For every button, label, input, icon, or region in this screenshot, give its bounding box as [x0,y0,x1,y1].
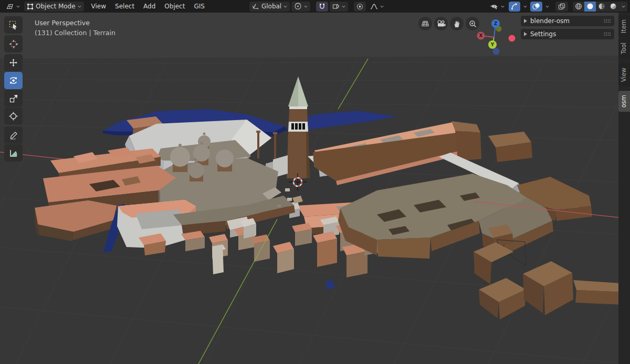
scene-canvas[interactable] [0,13,630,364]
gizmo-axis-y[interactable]: Y [488,40,497,49]
cursor-tool-icon [9,39,18,49]
move-tool-icon [8,58,18,68]
tool-scale[interactable] [4,90,23,107]
snap-target-icon [332,3,340,10]
expand-triangle-icon [524,32,527,36]
proportional-editing-icon [356,3,363,10]
chevron-down-icon [304,5,308,8]
expand-triangle-icon [524,19,527,23]
tab-item[interactable]: Item [618,15,630,37]
blender-window: Object Mode View Select Add Object GIS G… [0,0,630,364]
pan-view-button[interactable] [450,17,464,30]
rotate-tool-icon [8,76,18,85]
sidebar-tab-strip: Item Tool View osm [618,13,630,364]
tool-shelf [4,16,23,162]
transform-tool-icon [8,111,18,121]
shading-wireframe-button[interactable] [573,2,584,12]
select-box-icon [9,20,18,30]
chevron-down-icon [284,5,287,8]
menubar: View Select Add Object GIS [88,2,208,12]
tool-annotate[interactable] [4,126,23,144]
svg-text:Y: Y [490,42,495,47]
gizmos-toggle[interactable] [509,2,520,12]
measure-protractor-icon [9,148,18,158]
shading-solid-button[interactable] [584,2,596,12]
chevron-down-icon [622,5,625,8]
menu-add[interactable]: Add [140,2,159,12]
tab-view[interactable]: View [618,63,630,86]
solid-sphere-icon [586,3,594,10]
chevron-down-icon [523,5,527,8]
hand-icon [453,20,461,28]
panel-settings[interactable]: Settings [521,29,614,39]
snap-target-dropdown[interactable] [330,2,348,12]
panel-label: Settings [530,30,556,38]
gizmos-dropdown[interactable] [522,2,529,12]
shading-dropdown[interactable] [619,2,627,12]
tool-rotate[interactable] [4,72,23,89]
camera-view-button[interactable] [434,17,448,30]
drag-grip-icon[interactable] [604,32,611,36]
pivot-point-dropdown[interactable] [291,2,310,12]
svg-text:Z: Z [494,21,498,26]
projection-grid-icon [421,20,429,27]
overlays-toggle[interactable] [530,2,542,12]
transform-orientation-icon [252,3,259,10]
tool-select-box[interactable] [4,16,23,34]
chevron-down-icon [501,5,505,8]
shading-material-button[interactable] [596,2,607,12]
snap-toggle-button[interactable] [316,2,328,12]
chevron-down-icon [545,5,549,8]
panel-blender-osm[interactable]: blender-osm [521,16,614,26]
viewport-nav-buttons [418,17,479,30]
falloff-curve-icon [370,3,378,10]
tab-osm[interactable]: osm [618,91,630,112]
gizmo-axis-neg-x[interactable] [509,35,516,42]
orientation-label: Global [261,3,281,10]
overlays-dropdown[interactable] [544,2,551,12]
chevron-down-icon [342,5,345,8]
water-small-patch [326,280,334,290]
chevron-down-icon [78,5,81,8]
editor-type-button[interactable] [3,2,23,12]
orientation-gizmo[interactable]: Z Y X [471,16,519,58]
overlays-icon [532,3,540,10]
menu-select[interactable]: Select [111,2,138,12]
annotate-pencil-icon [9,131,18,140]
tool-move[interactable] [4,54,23,71]
3d-viewport[interactable]: User Perspective (131) Collection | Terr… [0,13,630,364]
shading-mode-group [573,2,627,12]
panel-label: blender-osm [530,17,570,25]
shading-rendered-button[interactable] [607,2,619,12]
view-perspective-label: User Perspective [35,18,116,28]
xray-toggle[interactable] [555,2,568,12]
tool-measure[interactable] [4,144,23,162]
menu-object[interactable]: Object [161,2,188,12]
mode-dropdown[interactable]: Object Mode [24,2,84,12]
tool-transform[interactable] [4,108,23,125]
menu-view[interactable]: View [88,2,110,12]
drag-grip-icon[interactable] [604,19,611,23]
visibility-eye-icon [490,3,499,10]
toggle-projection-button[interactable] [418,17,432,30]
top-bar: Object Mode View Select Add Object GIS G… [0,0,630,13]
gizmo-axis-z[interactable]: Z [491,19,500,28]
svg-text:X: X [479,33,483,38]
proportional-editing-button[interactable] [354,2,366,12]
gizmo-axis-neg-z[interactable] [493,48,500,55]
transform-orientation-dropdown[interactable]: Global [249,2,290,12]
gizmo-arrow-icon [511,3,518,10]
tab-tool[interactable]: Tool [618,38,630,58]
mode-label: Object Mode [36,3,76,10]
object-mode-icon [27,3,34,10]
xray-icon [558,3,565,10]
chevron-down-icon [16,5,20,8]
tool-cursor[interactable] [4,35,23,52]
wireframe-sphere-icon [575,3,582,10]
scale-tool-icon [9,94,18,103]
proportional-falloff-dropdown[interactable] [368,2,386,12]
gizmo-axis-x[interactable]: X [477,32,485,40]
menu-gis[interactable]: GIS [190,2,208,12]
snap-magnet-icon [319,3,326,10]
object-visibility-dropdown[interactable] [487,2,507,12]
